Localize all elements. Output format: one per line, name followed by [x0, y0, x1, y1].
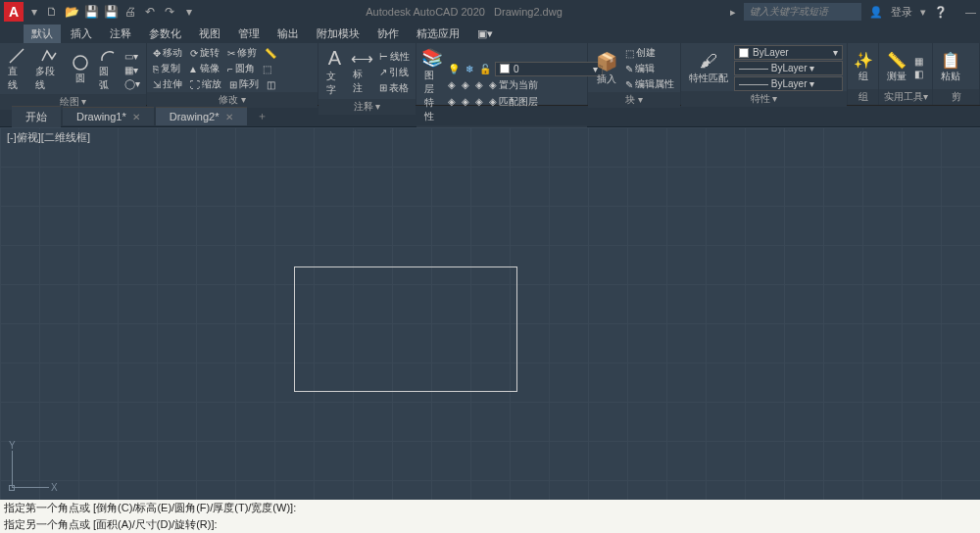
layer-dropdown[interactable]: 0▾ [495, 62, 603, 76]
exchange-icon[interactable]: ▾ [920, 6, 926, 19]
layer-on-icon[interactable]: 💡 [446, 62, 462, 76]
edit-attr-button[interactable]: ✎ 编辑属性 [623, 76, 676, 92]
copy-button[interactable]: ⎘ 复制 [151, 61, 182, 76]
group-button[interactable]: ✨组 [852, 49, 875, 85]
panel-draw: 直线 多段线 圆 圆弧 ▭▾ ▦▾ ◯▾ 绘图 ▾ [0, 43, 147, 105]
tab-expander-icon[interactable]: ▣▾ [469, 25, 501, 42]
tab-featured[interactable]: 精选应用 [409, 24, 467, 43]
text-button[interactable]: A文字 [322, 45, 347, 99]
explode-icon[interactable]: ⬚ [261, 61, 273, 76]
login-button[interactable]: 登录 [891, 5, 912, 20]
circle-button[interactable]: 圆 [69, 52, 93, 87]
add-tab-button[interactable]: ＋ [249, 106, 275, 126]
match-props-button[interactable]: 🖌特性匹配 [685, 49, 732, 87]
trim-button[interactable]: ✂ 修剪 [225, 45, 259, 61]
layer-prev-icon[interactable]: ◈ [446, 94, 458, 110]
layer-iso-icon[interactable]: ◈ [446, 77, 458, 93]
tab-annotate[interactable]: 注释 [102, 24, 139, 43]
fillet-button[interactable]: ⌐ 圆角 [225, 61, 257, 76]
dimension-button[interactable]: ⟷标注 [349, 47, 375, 97]
layer-state-icon[interactable]: ◈ [473, 94, 485, 110]
mirror-button[interactable]: ▲ 镜像 [186, 61, 221, 76]
save-icon[interactable]: 💾 [82, 3, 100, 21]
arc-button[interactable]: 圆弧 [95, 45, 121, 94]
window-title: Autodesk AutoCAD 2020 Drawing2.dwg [198, 6, 730, 18]
user-icon[interactable]: 👤 [869, 6, 883, 19]
svg-line-0 [10, 49, 24, 63]
file-tab[interactable]: Drawing2*✕ [156, 107, 247, 125]
search-input[interactable]: 键入关键字或短语 [744, 3, 861, 21]
search-arrow-icon[interactable]: ▸ [730, 6, 736, 19]
file-tab[interactable]: Drawing1*✕ [63, 107, 154, 125]
util-icon1[interactable]: ▦ [912, 55, 925, 68]
linear-dim-button[interactable]: ⊢ 线性 [377, 49, 412, 65]
rotate-button[interactable]: ⟳ 旋转 [188, 45, 221, 61]
panel-layer: 📚图层特性 💡 ❄ 🔓 0▾ ◈ ◈ ◈ ◈ 置为当前 ◈ ◈ ◈ [416, 43, 588, 105]
layer-off-icon[interactable]: ◈ [473, 77, 485, 93]
scale-button[interactable]: ⛶ 缩放 [188, 76, 223, 92]
color-dropdown[interactable]: ByLayer▾ [734, 45, 843, 60]
panel-label: 修改 ▾ [147, 92, 318, 108]
svg-point-1 [74, 56, 87, 70]
tab-default[interactable]: 默认 [24, 24, 61, 43]
table-button[interactable]: ⊞ 表格 [377, 80, 412, 96]
util-icon2[interactable]: ◧ [912, 68, 925, 80]
drawing-canvas[interactable]: [-]俯视][二维线框] Y X [0, 127, 980, 500]
array-button[interactable]: ⊞ 阵列 [227, 76, 261, 92]
panel-group: ✨组 组 [848, 43, 879, 105]
plot-icon[interactable]: 🖨 [122, 3, 139, 21]
leader-button[interactable]: ↗ 引线 [377, 65, 412, 80]
hatch-icon[interactable]: ▦▾ [122, 64, 142, 76]
layer-uniso-icon[interactable]: ◈ [460, 77, 471, 93]
ribbon: 直线 多段线 圆 圆弧 ▭▾ ▦▾ ◯▾ 绘图 ▾ ✥ 移动 ⟳ 旋转 ✂ 修剪… [0, 43, 980, 106]
minimize-button[interactable]: — [965, 6, 976, 18]
polyline-button[interactable]: 多段线 [31, 45, 67, 94]
command-history-line: 指定第一个角点或 [倒角(C)/标高(E)/圆角(F)/厚度(T)/宽度(W)]… [0, 500, 980, 516]
command-line[interactable]: 指定第一个角点或 [倒角(C)/标高(E)/圆角(F)/厚度(T)/宽度(W)]… [0, 500, 980, 533]
close-icon[interactable]: ✕ [132, 112, 140, 122]
tab-parametric[interactable]: 参数化 [141, 24, 189, 43]
stretch-button[interactable]: ⇲ 拉伸 [151, 76, 184, 92]
set-current-button[interactable]: ◈ 置为当前 [487, 77, 540, 93]
new-icon[interactable]: 🗋 [43, 3, 61, 21]
layer-lock-icon[interactable]: 🔓 [477, 62, 493, 76]
create-block-button[interactable]: ⬚ 创建 [623, 45, 676, 61]
redo-icon[interactable]: ↷ [161, 3, 178, 21]
tab-view[interactable]: 视图 [191, 24, 228, 43]
paste-button[interactable]: 📋粘贴 [937, 49, 964, 85]
offset-icon[interactable]: ◫ [265, 76, 277, 92]
match-layer-button[interactable]: ◈ 匹配图层 [487, 94, 540, 110]
move-button[interactable]: ✥ 移动 [151, 45, 184, 61]
app-logo[interactable]: A [4, 2, 24, 22]
tab-manage[interactable]: 管理 [230, 24, 268, 43]
measure-button[interactable]: 📏测量 [883, 49, 910, 85]
qat-more-icon[interactable]: ▾ [180, 3, 198, 21]
linetype-dropdown[interactable]: ——— ByLayer ▾ [734, 76, 843, 91]
rectangle-shape[interactable] [294, 266, 517, 392]
tab-addins[interactable]: 附加模块 [309, 24, 368, 43]
saveas-icon[interactable]: 💾 [102, 3, 120, 21]
help-icon[interactable]: ❔ [934, 6, 948, 19]
panel-label: 实用工具▾ [879, 89, 932, 105]
layer-walk-icon[interactable]: ◈ [460, 94, 471, 110]
edit-block-button[interactable]: ✎ 编辑 [623, 61, 676, 76]
lineweight-dropdown[interactable]: ——— ByLayer ▾ [734, 61, 843, 75]
panel-label: 注释 ▾ [318, 99, 416, 115]
insert-block-button[interactable]: 📦插入 [592, 49, 621, 88]
ellipse-icon[interactable]: ◯▾ [122, 77, 142, 90]
tab-collab[interactable]: 协作 [369, 24, 407, 43]
tab-output[interactable]: 输出 [270, 24, 307, 43]
undo-icon[interactable]: ↶ [141, 3, 159, 21]
layer-props-button[interactable]: 📚图层特性 [420, 45, 444, 125]
close-icon[interactable]: ✕ [225, 112, 233, 122]
rectangle-icon[interactable]: ▭▾ [122, 50, 142, 63]
layer-freeze-icon[interactable]: ❄ [464, 62, 475, 76]
start-tab[interactable]: 开始 [12, 106, 61, 127]
viewport-label[interactable]: [-]俯视][二维线框] [4, 129, 93, 146]
line-button[interactable]: 直线 [4, 45, 29, 94]
erase-icon[interactable]: 📏 [263, 45, 278, 61]
tab-insert[interactable]: 插入 [63, 24, 100, 43]
app-menu-chevron[interactable]: ▾ [25, 3, 43, 21]
panel-utilities: 📏测量 ▦◧ 实用工具▾ [879, 43, 933, 105]
open-icon[interactable]: 📂 [63, 3, 80, 21]
